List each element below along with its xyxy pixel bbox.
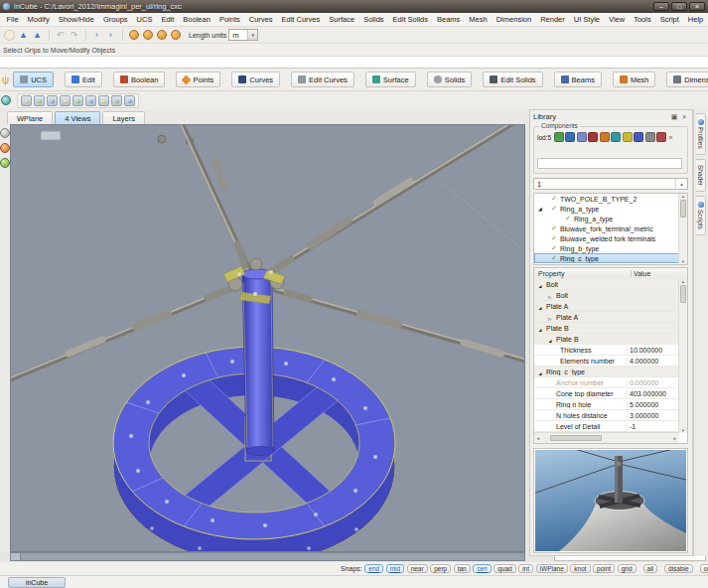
snap-knot-button[interactable]: knot — [570, 564, 590, 573]
property-row-anchor-number[interactable]: Anchor number 0.000000 — [534, 377, 679, 388]
property-row-level-of-detail[interactable]: Level of Detail -1 — [534, 421, 679, 432]
select-window-icon[interactable]: ▲ — [31, 29, 44, 42]
side-tab-scripts[interactable]: Scripts — [696, 196, 706, 235]
scroll-down-icon[interactable]: ▾ — [682, 259, 684, 264]
property-grid-vscrollbar[interactable]: ▴ ▾ — [678, 279, 687, 433]
tab-boolean[interactable]: Boolean — [113, 72, 166, 87]
tab-mesh[interactable]: Mesh — [613, 72, 655, 87]
component-filter-combo[interactable]: 1 ▴ — [533, 178, 688, 190]
component-tool-icon-1[interactable] — [554, 132, 564, 142]
menu-modify[interactable]: Modify — [23, 15, 54, 24]
lock-selected-icon[interactable] — [155, 29, 168, 42]
unlock-icon[interactable] — [141, 29, 154, 42]
component-tool-icon-8[interactable] — [634, 132, 643, 142]
panel-close-icon[interactable]: × — [679, 113, 689, 120]
component-tool-icon-6[interactable] — [611, 132, 621, 142]
snap-int-button[interactable]: int — [518, 564, 533, 573]
tab-edit-curves[interactable]: Edit Curves — [291, 72, 354, 87]
snap-point-button[interactable]: point — [593, 564, 615, 573]
viewport-hscrollbar[interactable] — [10, 552, 525, 561]
property-row-plate-a-sub[interactable]: ▷Plate A — [534, 312, 679, 323]
property-row-plate-b-sub[interactable]: ◢Plate B — [534, 334, 679, 345]
tree-item-bluwave-welded-fork-terminals[interactable]: ✓ Bluwave_welded fork terminals — [534, 233, 679, 243]
tab-ucs[interactable]: UCS — [13, 72, 54, 87]
chevron-down-icon[interactable]: ▾ — [247, 30, 257, 40]
tab-dimension[interactable]: Dimension — [666, 72, 708, 87]
menu-boolean[interactable]: Boolean — [179, 15, 215, 24]
ucs-previous-icon[interactable] — [98, 95, 109, 106]
menu-dimension[interactable]: Dimension — [492, 15, 535, 24]
ucs-view-icon[interactable] — [72, 95, 83, 106]
side-tab-profiles[interactable]: Profiles — [696, 113, 706, 155]
snap-all-button[interactable]: all — [643, 564, 658, 573]
ucs-world-icon[interactable] — [85, 95, 96, 106]
snap-iwplane-button[interactable]: iWPlane — [536, 564, 568, 573]
expanded-arrow-icon[interactable]: ◢ — [538, 206, 542, 212]
snap-perp-button[interactable]: perp — [430, 564, 451, 573]
component-tool-icon-5[interactable] — [600, 132, 610, 142]
chevron-down-icon[interactable]: ▴ — [675, 179, 687, 189]
snap-disable-button[interactable]: disable — [664, 564, 693, 573]
component-search-input[interactable] — [538, 166, 681, 175]
tab-wplane[interactable]: WPlane — [7, 111, 53, 124]
ucs-rotate-icon[interactable] — [34, 95, 45, 106]
property-grid-hscrollbar[interactable]: ◂ ▸ — [534, 432, 679, 443]
tab-surface[interactable]: Surface — [365, 72, 416, 87]
minimize-button[interactable]: – — [653, 2, 669, 11]
tree-item-ring-a-type-child[interactable]: ✓ Ring_a_type — [534, 214, 679, 223]
tree-item-two-pole-b-type-2[interactable]: ✓ TWO_POLE_B_TYPE_2 — [534, 194, 679, 204]
menu-show-hide[interactable]: Show/Hide — [54, 15, 98, 24]
component-tool-icon-2[interactable] — [565, 132, 575, 142]
menu-edit-curves[interactable]: Edit Curves — [277, 15, 325, 24]
property-row-bolt-sub[interactable]: ▷Bolt — [534, 290, 679, 301]
toolbar-overflow-icon[interactable]: » — [669, 134, 673, 141]
maximize-button[interactable]: □ — [671, 2, 687, 11]
scroll-up-icon[interactable]: ▴ — [682, 194, 684, 199]
snap-mid-button[interactable]: mid — [386, 564, 404, 573]
menu-render[interactable]: Render — [536, 15, 570, 24]
length-units-select[interactable]: m ▾ — [228, 29, 258, 41]
side-tab-shader[interactable]: Shader — [696, 159, 706, 192]
command-line[interactable] — [0, 56, 708, 69]
menu-curves[interactable]: Curves — [244, 15, 277, 24]
menu-script[interactable]: Script — [655, 15, 683, 24]
tab-layers[interactable]: Layers — [102, 111, 145, 124]
menu-groups[interactable]: Groups — [98, 15, 132, 24]
ucs-save-icon[interactable] — [124, 95, 135, 106]
snap-grid-button[interactable]: grid — [618, 564, 637, 573]
menu-points[interactable]: Points — [214, 15, 244, 24]
undo-icon[interactable]: ↶ — [54, 29, 67, 42]
tab-curves[interactable]: Curves — [231, 72, 280, 87]
snap-end-button[interactable]: end — [364, 564, 383, 573]
tree-item-ring-c-type[interactable]: ✓ Ring_c_type — [534, 253, 679, 263]
scrollbar-thumb[interactable] — [550, 435, 602, 441]
snap-tan-button[interactable]: tan — [454, 564, 471, 573]
property-row-thickness[interactable]: Thickness 10.000000 — [534, 345, 679, 356]
select-icon[interactable]: ▲ — [17, 29, 30, 42]
menu-beams[interactable]: Beams — [433, 15, 465, 24]
property-column-header[interactable]: Property — [534, 270, 631, 277]
snap-near-button[interactable]: near — [407, 564, 428, 573]
incube-document-tab[interactable]: inCube — [8, 577, 66, 588]
component-tool-icon-9[interactable] — [645, 132, 655, 142]
lasso-select-icon[interactable]: ◗ — [90, 29, 103, 42]
component-search-box[interactable] — [537, 158, 682, 169]
tab-points[interactable]: Points — [176, 72, 220, 87]
3d-viewport[interactable] — [10, 124, 525, 552]
menu-file[interactable]: File — [2, 15, 23, 24]
grips-icon[interactable]: ψ — [2, 74, 9, 85]
menu-view[interactable]: View — [605, 15, 630, 24]
menu-surface[interactable]: Surface — [325, 15, 359, 24]
snap-ortho-button[interactable]: ortho — [700, 564, 708, 573]
component-tool-icon-4[interactable] — [588, 132, 598, 142]
value-column-header[interactable]: Value — [631, 270, 687, 277]
close-button[interactable]: × — [689, 2, 705, 11]
property-row-plate-a[interactable]: ◢Plate A — [534, 301, 679, 312]
tab-beams[interactable]: Beams — [554, 72, 602, 87]
property-row-bolt[interactable]: ◢Bolt — [534, 279, 679, 290]
menu-ui-style[interactable]: UI Style — [569, 15, 604, 24]
component-tool-icon-10[interactable] — [656, 132, 666, 142]
menu-help[interactable]: Help — [683, 15, 707, 24]
lasso-deselect-icon[interactable]: ◗ — [104, 29, 117, 42]
component-tool-icon-3[interactable] — [577, 132, 587, 142]
